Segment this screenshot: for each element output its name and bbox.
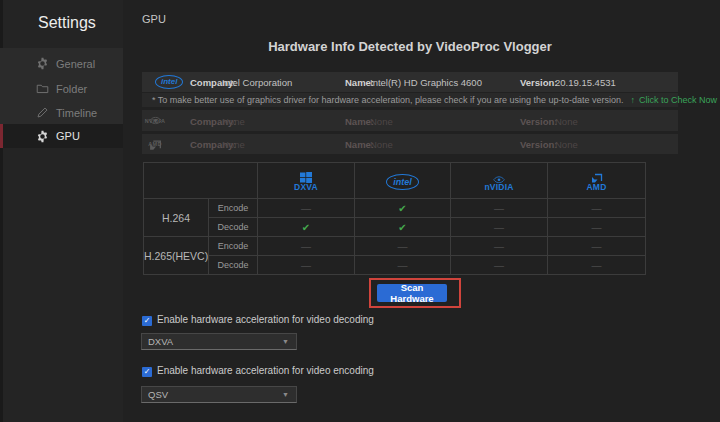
company-value: Intel Corporation bbox=[222, 77, 292, 88]
column-header-intel: intel bbox=[355, 163, 451, 199]
version-value: 20.19.15.4531 bbox=[555, 77, 616, 88]
nvidia-logo-label: NVIDIA bbox=[145, 119, 165, 125]
table-corner-cell bbox=[144, 163, 258, 199]
pen-icon bbox=[36, 106, 49, 119]
version-label: Version: bbox=[520, 115, 558, 126]
intel-oval-logo: intel bbox=[386, 174, 419, 190]
support-cell: ✔ bbox=[355, 218, 451, 237]
scan-hardware-button[interactable]: Scan Hardware bbox=[377, 284, 447, 302]
support-cell: — bbox=[451, 218, 548, 237]
folder-icon bbox=[36, 82, 49, 95]
column-label: nVIDIA bbox=[484, 182, 513, 192]
support-cell: — bbox=[258, 199, 355, 218]
check-now-link[interactable]: Click to Check Now bbox=[639, 95, 717, 105]
support-cell: — bbox=[258, 237, 355, 256]
codec-h264: H.264 bbox=[144, 199, 209, 237]
version-value: None bbox=[555, 115, 578, 126]
decoding-checkbox-label: Enable hardware acceleration for video d… bbox=[157, 314, 374, 325]
selected-indicator-bar bbox=[0, 124, 3, 148]
version-label: Version: bbox=[520, 139, 558, 150]
sidebar-item-gpu[interactable]: GPU bbox=[0, 124, 123, 148]
support-cell: — bbox=[258, 256, 355, 275]
gpu-info-row-intel: intel Company: Intel Corporation Name: I… bbox=[142, 72, 678, 92]
sidebar-item-label: General bbox=[56, 58, 95, 70]
up-arrow-icon: ↑ bbox=[631, 95, 636, 105]
support-cell: — bbox=[548, 218, 646, 237]
mode-cell: Encode bbox=[209, 199, 258, 218]
support-cell: — bbox=[451, 237, 548, 256]
support-cell: — bbox=[548, 256, 646, 275]
version-value: None bbox=[555, 139, 578, 150]
encoding-checkbox-label: Enable hardware acceleration for video e… bbox=[157, 365, 374, 376]
sidebar-item-label: Folder bbox=[56, 83, 87, 95]
mode-cell: Decode bbox=[209, 218, 258, 237]
decoding-dropdown-value: DXVA bbox=[148, 336, 173, 347]
sidebar-item-folder[interactable]: Folder bbox=[0, 76, 123, 101]
mode-cell: Encode bbox=[209, 237, 258, 256]
amd-logo-label: AMD bbox=[148, 142, 161, 148]
sidebar-item-general[interactable]: General bbox=[0, 51, 123, 76]
driver-note-row: * To make better use of graphics driver … bbox=[142, 93, 678, 107]
decoding-dropdown[interactable]: DXVA ▼ bbox=[141, 333, 297, 350]
sidebar-item-label: Timeline bbox=[56, 107, 97, 119]
codec-support-table: DXVA intel nVIDIA AMD bbox=[143, 162, 646, 275]
support-cell: — bbox=[451, 199, 548, 218]
chip-gear-icon bbox=[36, 130, 49, 143]
name-value: Intel(R) HD Graphics 4600 bbox=[370, 77, 482, 88]
intel-logo: intel bbox=[155, 75, 183, 89]
support-cell: — bbox=[355, 256, 451, 275]
gpu-info-row-nvidia: NVIDIA Company: None Name: None Version:… bbox=[142, 110, 678, 131]
encoding-checkbox[interactable] bbox=[142, 367, 152, 377]
codec-h265: H.265(HEVC) bbox=[144, 237, 209, 275]
column-header-dxva: DXVA bbox=[258, 163, 355, 199]
mode-cell: Decode bbox=[209, 256, 258, 275]
support-cell: ✔ bbox=[258, 218, 355, 237]
name-value: None bbox=[370, 115, 393, 126]
nvidia-eye-icon bbox=[493, 169, 505, 180]
sidebar-title: Settings bbox=[38, 14, 96, 32]
page-title: Hardware Info Detected by VideoProc Vlog… bbox=[142, 39, 678, 54]
column-label: AMD bbox=[587, 182, 607, 192]
table-row: H.264 Encode — ✔ — — bbox=[144, 199, 646, 218]
table-row: Decode — — — — bbox=[144, 256, 646, 275]
chevron-down-icon: ▼ bbox=[282, 338, 289, 345]
amd-arrow-icon bbox=[591, 169, 603, 180]
driver-note-text: * To make better use of graphics driver … bbox=[152, 95, 624, 105]
name-value: None bbox=[370, 139, 393, 150]
sidebar-item-label: GPU bbox=[56, 130, 80, 142]
support-cell: — bbox=[548, 237, 646, 256]
version-label: Version: bbox=[520, 77, 558, 88]
chevron-down-icon: ▼ bbox=[282, 391, 289, 398]
gear-icon bbox=[36, 57, 49, 70]
support-cell: ✔ bbox=[355, 199, 451, 218]
table-row: H.265(HEVC) Encode — — — — bbox=[144, 237, 646, 256]
encoding-dropdown[interactable]: QSV ▼ bbox=[141, 386, 297, 403]
column-header-nvidia: nVIDIA bbox=[451, 163, 548, 199]
column-header-amd: AMD bbox=[548, 163, 646, 199]
support-cell: — bbox=[548, 199, 646, 218]
page-heading: GPU bbox=[142, 13, 166, 25]
windows-icon bbox=[300, 169, 312, 180]
encoding-dropdown-value: QSV bbox=[148, 389, 168, 400]
company-value: None bbox=[222, 115, 245, 126]
gpu-info-row-amd: AMD Company: None Name: None Version: No… bbox=[142, 134, 678, 154]
sidebar-item-timeline[interactable]: Timeline bbox=[0, 100, 123, 125]
sidebar: Settings General Folder Timeline bbox=[0, 0, 123, 422]
table-row: Decode ✔ ✔ — — bbox=[144, 218, 646, 237]
column-label: DXVA bbox=[294, 182, 318, 192]
settings-window: Settings General Folder Timeline bbox=[0, 0, 720, 422]
support-cell: — bbox=[451, 256, 548, 275]
sidebar-items-panel: General Folder Timeline bbox=[0, 48, 123, 124]
company-value: None bbox=[222, 139, 245, 150]
support-cell: — bbox=[355, 237, 451, 256]
decoding-checkbox[interactable] bbox=[142, 316, 152, 326]
